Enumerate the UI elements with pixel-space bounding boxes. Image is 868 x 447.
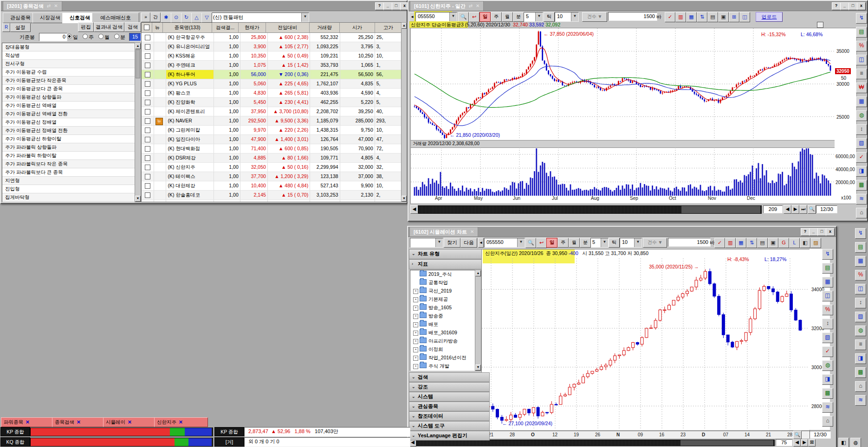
close-button[interactable]: x [857,2,866,10]
accordion-강조[interactable]: ⌄강조 [409,382,490,392]
condition-item[interactable]: 장대음봉형 [2,43,135,51]
close-nav-icon[interactable]: ⊠ [808,439,816,447]
bars-input[interactable]: 1500 [608,12,657,21]
accordion-시스템 도구[interactable]: ⌄시스템 도구 [409,421,490,431]
tick-count-dropdown[interactable]: 10▼ [620,238,642,248]
open-folder-icon[interactable]: ▨ [810,238,821,248]
accordion-참조데이터[interactable]: ⌄참조데이터 [409,411,490,421]
condition-item[interactable]: 지연형 [2,177,135,185]
condition-item[interactable]: 적삼병 [2,51,135,60]
bar-chart-icon[interactable]: ▥ [675,12,686,22]
stock-row[interactable]: (K) DSR제강1,004,885▲ 80 ( 1,66)109,7714,8… [142,153,402,163]
condition-item[interactable]: 진입형 [2,185,135,193]
wave-icon[interactable]: ≋ [856,194,867,204]
select-all-checkbox[interactable] [144,25,149,30]
grid-icon[interactable]: ▦ [822,277,833,287]
bars-input[interactable]: 1500 [668,238,711,247]
stock-row[interactable]: (K) 주연테크1,001,075▲ 15 ( 1,42)353,7931,06… [142,61,402,70]
tree-item[interactable]: +국선_2019 [410,287,475,295]
tree-item[interactable]: +이정희 [410,345,475,354]
clock-icon[interactable]: ⊙ [171,13,181,23]
refresh-icon[interactable]: ↻ [181,13,192,23]
maximize-button[interactable]: □ [392,2,401,10]
stock-row[interactable]: (K) KSS해운1,0010,350▲ 50 ( 0,49)109,23110… [142,51,402,61]
scroll-down-icon[interactable]: ▼ [402,196,407,202]
bars-count-box[interactable]: 15 [129,33,141,41]
row-checkbox[interactable] [145,165,150,170]
row-checkbox[interactable] [145,128,150,133]
resize-icon[interactable]: ↕ [822,319,833,329]
tick-button[interactable]: 틱 [544,12,555,22]
bar-chart-icon[interactable]: ▥ [725,238,736,248]
row-checkbox[interactable] [145,202,150,202]
stock-row[interactable]: (K) 유니온머티리얼1,003,900▲ 105 ( 2,77)1,093,2… [142,42,402,51]
confirm-icon[interactable]: ✓ [665,12,675,22]
maximize-button[interactable]: □ [817,228,826,236]
resize-icon[interactable]: ↕ [855,298,866,308]
find-button[interactable]: 찾기 [444,238,460,248]
stock-row[interactable]: (K) 한솔홈데코1,002,145▲ 15 ( 0,70)3,103,2532… [142,191,402,200]
copy-icon[interactable]: ▣ [718,12,729,22]
search-icon[interactable]: 🔍 [525,238,536,248]
column-header[interactable]: 종목명(133) [163,23,212,32]
condition-item[interactable]: 주가 이동평균선 상향돌파 [2,93,135,102]
home-icon[interactable]: ⌂ [855,381,866,392]
doc-icon[interactable]: ▤ [707,12,718,22]
sort-up-icon[interactable]: △ [191,13,202,23]
step-forward-icon[interactable]: ▶ [791,205,799,214]
pattern-icon[interactable]: ▧ [822,332,833,343]
dock-icon[interactable]: ⇄ [47,1,51,11]
row-checkbox[interactable] [145,109,150,115]
tree-item[interactable]: 2019_주식 [410,270,475,279]
layout-icon[interactable]: ◫ [822,291,833,301]
popout-icon[interactable] [817,22,823,28]
sort-down-icon[interactable]: ▽ [201,13,212,23]
window-tab-6101[interactable]: [6101] 신한지주 - 일간 ⇄ ✕ [410,1,484,11]
home-icon[interactable]: ⌂ [822,416,833,427]
condition-item[interactable]: 주가 파라볼릭보다 큰 종목 [2,168,135,177]
symbol-code-input[interactable]: 055550▼ [415,12,457,22]
tree-scrollbar[interactable]: ▲ ▼ [475,270,481,371]
split-icon[interactable]: ◨ [822,374,833,385]
close-icon[interactable]: ✕ [470,227,474,236]
step-back-icon[interactable]: ◀ [793,439,801,447]
condition-item[interactable]: 주가 파라볼릭보다 작은 종목 [2,160,135,168]
stock-row[interactable]: (K) 신한지주1,0032,050▲ 50 ( 0,16)2,299,9943… [142,163,402,172]
count-dropdown[interactable]: 건수 ▼ [582,12,607,22]
condition-item[interactable]: 전서구형 [2,60,135,68]
report-icon[interactable]: ▤ [822,263,833,274]
stock-row[interactable]: (K) 팜스코1,004,830▲ 265 ( 5,81)403,9364,59… [142,89,402,98]
percent-icon[interactable]: % [855,270,866,281]
panel-icon[interactable]: ◫ [739,12,750,22]
sidebar-indicators[interactable]: ›지표 [409,259,490,269]
zoom-icon[interactable]: 🔍 [808,205,816,214]
stock-row[interactable]: (K) 진양화학1,005,450▲ 230 ( 4,41)462,2555,2… [142,98,402,107]
count-dropdown[interactable]: 건수 ▼ [643,238,667,248]
tree-item[interactable]: +주식 개발 [410,362,475,370]
navigator-window[interactable] [681,206,760,213]
stock-row[interactable]: (K) 현대백화점1,0071,400▲ 600 ( 0,85)190,5057… [142,144,402,153]
minute-dropdown[interactable]: 5▼ [524,12,543,22]
row-checkbox[interactable] [145,137,150,142]
condition-item[interactable]: 주가 이동평균선 정배열 [2,118,135,127]
accordion-YesLanguage 편집기[interactable]: ⌄YesLanguage 편집기 [409,431,490,441]
gan-button[interactable]: 간 [150,13,161,22]
settings-icon[interactable]: ✱ [161,13,171,23]
scroll-up-icon[interactable]: ▲ [135,43,141,49]
help-button[interactable]: ? [801,228,810,236]
close-icon[interactable]: ✕ [54,1,58,11]
zoom-icon[interactable]: 🔍 [793,431,802,439]
mesh-icon[interactable]: ▩ [822,388,833,399]
histogram-icon[interactable]: ▦ [686,12,697,22]
row-checkbox[interactable] [145,192,150,198]
histogram-icon[interactable]: ▦ [736,238,746,248]
period-월[interactable]: 월 [502,12,513,22]
period-일[interactable]: 일 [546,238,557,248]
scroll-up-icon[interactable]: ▲ [475,270,481,276]
sim-navigator[interactable] [416,440,775,446]
radio-분[interactable]: 분 [114,34,125,41]
grid-icon[interactable]: ⊞ [729,12,739,22]
nav-left-icon[interactable]: ◀ [410,205,418,214]
column-header[interactable] [142,23,152,32]
column-header[interactable]: 거래량 [310,23,340,32]
